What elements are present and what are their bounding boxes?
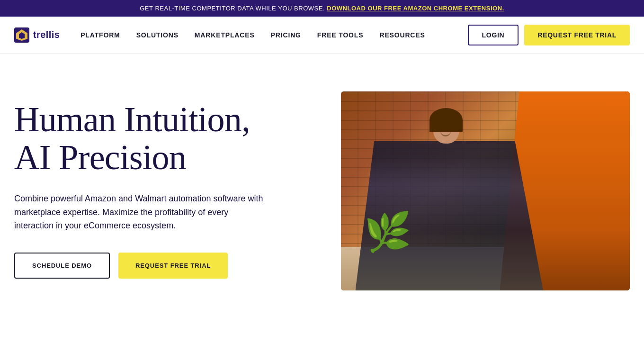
hero-subtext: Combine powerful Amazon and Walmart auto… (14, 192, 270, 233)
navbar: trellis PLATFORM SOLUTIONS MARKETPLACES … (0, 17, 644, 54)
banner-link[interactable]: DOWNLOAD OUR FREE AMAZON CHROME EXTENSIO… (327, 5, 504, 12)
hero-trial-button[interactable]: REQUEST FREE TRIAL (118, 253, 228, 279)
nav-links: PLATFORM SOLUTIONS MARKETPLACES PRICING … (74, 27, 467, 43)
below-hero-area (0, 357, 644, 362)
hero-section: Human Intuition, AI Precision Combine po… (0, 54, 644, 357)
hero-right-image (308, 91, 630, 290)
nav-item-pricing[interactable]: PRICING (264, 27, 308, 43)
hero-heading: Human Intuition, AI Precision (14, 101, 289, 177)
schedule-demo-button[interactable]: SCHEDULE DEMO (14, 253, 110, 279)
hero-buttons: SCHEDULE DEMO REQUEST FREE TRIAL (14, 253, 289, 279)
hero-image (341, 91, 630, 290)
hero-heading-line2: AI Precision (14, 138, 186, 177)
trellis-logo-icon (14, 27, 29, 43)
banner-text: GET REAL-TIME COMPETITOR DATA WHILE YOU … (140, 5, 325, 12)
nav-item-resources[interactable]: RESOURCES (373, 27, 431, 43)
login-button[interactable]: LOGIN (468, 25, 519, 45)
nav-item-solutions[interactable]: SOLUTIONS (130, 27, 185, 43)
plant-decoration (364, 188, 421, 254)
nav-actions: LOGIN REQUEST FREE TRIAL (468, 25, 630, 45)
hero-heading-line1: Human Intuition, (14, 100, 250, 139)
nav-item-marketplaces[interactable]: MARKETPLACES (188, 27, 261, 43)
hero-left-content: Human Intuition, AI Precision Combine po… (14, 91, 308, 279)
announcement-banner: GET REAL-TIME COMPETITOR DATA WHILE YOU … (0, 0, 644, 17)
nav-item-free-tools[interactable]: FREE TOOLS (311, 27, 370, 43)
person-head (433, 115, 459, 144)
nav-item-platform[interactable]: PLATFORM (74, 27, 126, 43)
logo[interactable]: trellis (14, 27, 60, 43)
nav-trial-button[interactable]: REQUEST FREE TRIAL (524, 25, 630, 45)
logo-wordmark: trellis (33, 29, 60, 40)
